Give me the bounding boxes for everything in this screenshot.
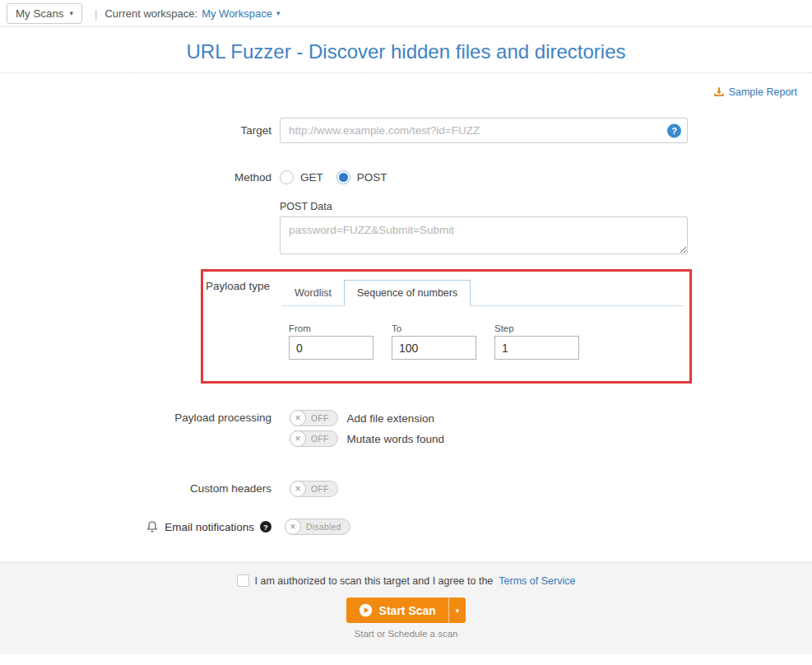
email-notifications-label: Email notifications [165,521,254,533]
start-scan-button[interactable]: Start Scan [346,598,448,623]
play-icon [359,603,373,617]
custom-headers-label: Custom headers [0,481,280,497]
toggle-line-add-file-extension: × OFF Add file extension [280,410,444,426]
sequence-fields: From To Step [289,323,689,360]
custom-headers-row: Custom headers × OFF [0,481,812,497]
toggle-state: OFF [311,485,329,494]
workspace-label: Current workspace: [104,7,197,20]
my-scans-label: My Scans [16,7,64,20]
email-notifications-toggle[interactable]: × Disabled [285,519,350,535]
toggle-state: OFF [311,414,329,423]
toggle-line-mutate-words: × OFF Mutate words found [280,430,444,447]
footer: I am authorized to scan this target and … [0,562,812,654]
post-data-textarea[interactable] [280,216,688,254]
toggle-x-icon: × [290,481,306,497]
from-label: From [289,323,374,333]
method-option-get[interactable]: GET [280,170,323,184]
chevron-down-icon: ▾ [70,10,74,17]
chevron-down-icon: ▾ [456,607,460,615]
custom-headers-toggle[interactable]: × OFF [290,481,338,497]
sample-report-link[interactable]: Sample Report [713,86,797,98]
step-label: Step [494,323,579,333]
help-icon[interactable]: ? [667,123,681,137]
target-row: Target ? [0,118,812,143]
method-row: Method GET POST [0,170,812,184]
radio-get-label: GET [300,171,323,184]
page-title: URL Fuzzer - Discover hidden files and d… [0,40,812,63]
payload-tabs: Wordlist Sequence of numbers [282,280,684,306]
payload-type-label: Payload type [206,280,270,292]
from-field-group: From [289,323,374,360]
method-option-post[interactable]: POST [336,170,387,184]
mutate-words-label: Mutate words found [347,433,445,445]
help-icon[interactable]: ? [260,521,271,532]
step-input[interactable] [494,336,579,360]
to-field-group: To [392,323,476,360]
radio-post-label: POST [357,171,387,184]
toggle-x-icon: × [290,410,306,426]
start-scan-split-button: Start Scan ▾ [346,598,466,623]
bell-icon [146,520,159,533]
toggle-x-icon: × [285,519,301,535]
payload-processing-row: Payload processing × OFF Add file extens… [0,410,812,451]
download-icon [713,86,725,98]
tab-sequence-of-numbers[interactable]: Sequence of numbers [344,280,471,306]
radio-post-icon[interactable] [336,170,350,184]
to-input[interactable] [392,336,476,360]
step-field-group: Step [494,323,579,360]
chevron-down-icon: ▾ [276,10,281,17]
toggle-state: Disabled [306,523,341,532]
workspace-selector[interactable]: My Workspace ▾ [202,7,280,20]
method-label: Method [0,171,280,184]
consent-text: I am authorized to scan this target and … [255,575,494,587]
highlight-box: Payload type Wordlist Sequence of number… [201,269,692,384]
mutate-words-toggle[interactable]: × OFF [290,430,338,447]
tab-wordlist[interactable]: Wordlist [282,281,344,305]
target-input[interactable] [280,118,688,143]
toggle-x-icon: × [290,430,306,447]
sample-report-label: Sample Report [729,86,797,98]
to-label: To [392,323,476,333]
toggle-state: OFF [311,435,329,444]
sample-report-row: Sample Report [0,73,812,100]
my-scans-dropdown[interactable]: My Scans ▾ [7,3,82,24]
target-label: Target [0,124,280,137]
add-file-extension-label: Add file extension [347,412,435,425]
start-scan-hint: Start or Schedule a scan [0,629,812,639]
radio-get-icon[interactable] [280,170,294,184]
payload-processing-label: Payload processing [0,410,280,451]
start-scan-dropdown[interactable]: ▾ [448,598,466,623]
from-input[interactable] [289,336,374,360]
terms-of-service-link[interactable]: Terms of Service [499,575,575,587]
divider-pipe: | [95,7,97,20]
email-notifications-row: Email notifications ? × Disabled [0,519,812,535]
consent-row: I am authorized to scan this target and … [0,574,812,587]
post-data-label: POST Data [280,201,688,212]
start-scan-label: Start Scan [379,604,436,617]
workspace-name: My Workspace [202,7,272,20]
post-data-block: POST Data [280,201,688,257]
authorization-checkbox[interactable] [237,574,249,587]
add-file-extension-toggle[interactable]: × OFF [290,410,338,426]
top-bar: My Scans ▾ | Current workspace: My Works… [0,0,812,27]
